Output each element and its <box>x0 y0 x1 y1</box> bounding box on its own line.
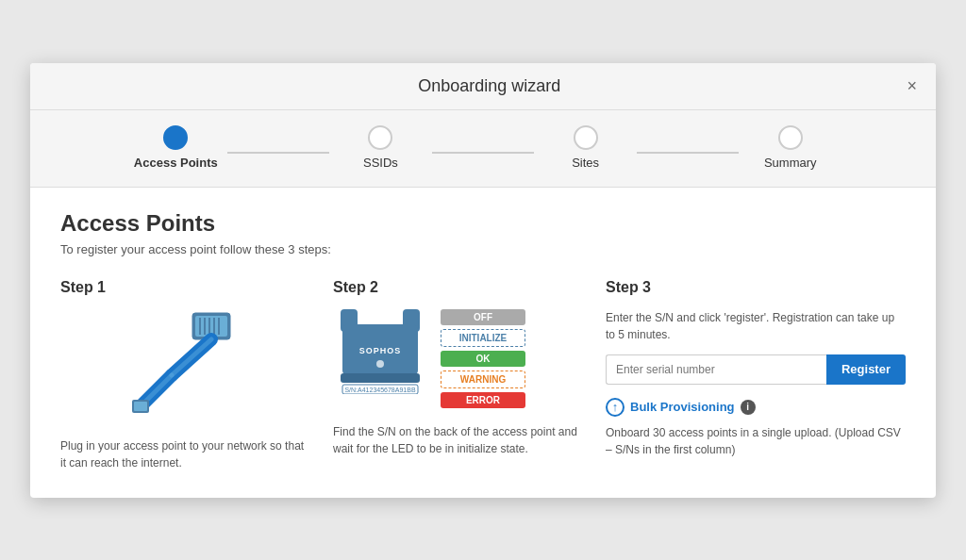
register-button[interactable]: Register <box>826 354 906 385</box>
svg-text:S/N:A412345678A91BB: S/N:A412345678A91BB <box>344 387 415 393</box>
step2-heading: Step 2 <box>333 279 583 296</box>
main-content: Access Points To register your access po… <box>30 188 936 498</box>
step-line-1 <box>227 152 330 154</box>
stepper-label-2: SSIDs <box>363 156 398 170</box>
step-circle-4 <box>778 125 803 150</box>
step3-column: Step 3 Enter the S/N and click 'register… <box>606 279 906 471</box>
ap-device-icon: SOPHOS S/N:A412345678A91BB <box>333 309 427 394</box>
led-off: OFF <box>441 309 525 325</box>
svg-text:SOPHOS: SOPHOS <box>359 346 402 355</box>
stepper-label-1: Access Points <box>134 156 218 170</box>
info-icon[interactable]: i <box>741 400 756 415</box>
stepper: Access Points SSIDs Sites Summary <box>30 110 936 188</box>
step-circle-1 <box>163 125 188 150</box>
step-circle-2 <box>368 125 392 150</box>
stepper-step-access-points[interactable]: Access Points <box>125 125 227 170</box>
stepper-label-3: Sites <box>572 156 599 170</box>
stepper-step-ssids[interactable]: SSIDs <box>329 125 432 170</box>
page-title: Access Points <box>60 210 906 237</box>
step2-description: Find the S/N on the back of the access p… <box>333 423 583 457</box>
stepper-row: Access Points SSIDs Sites Summary <box>125 125 841 170</box>
step1-description: Plug in your access point to your networ… <box>60 437 310 471</box>
led-panel: OFF INITIALIZE OK WARNING ERROR <box>441 309 525 408</box>
step1-illustration <box>60 309 310 422</box>
svg-rect-12 <box>134 402 147 411</box>
svg-point-17 <box>376 360 384 368</box>
onboarding-wizard-modal: Onboarding wizard × Access Points SSIDs … <box>30 63 936 498</box>
page-subtitle: To register your access point follow the… <box>60 242 906 256</box>
modal-header: Onboarding wizard × <box>30 63 936 110</box>
ethernet-cable-icon <box>125 309 247 422</box>
register-row: Register <box>606 354 906 385</box>
svg-rect-18 <box>341 373 420 383</box>
steps-row: Step 1 <box>60 279 906 471</box>
modal-title: Onboarding wizard <box>72 76 907 96</box>
serial-number-input[interactable] <box>606 354 826 385</box>
bulk-provisioning-description: Onboard 30 access points in a single upl… <box>606 424 906 458</box>
svg-line-9 <box>172 339 211 375</box>
led-initialize: INITIALIZE <box>441 329 525 347</box>
ap-device: SOPHOS S/N:A412345678A91BB <box>333 309 427 394</box>
step2-illustration: SOPHOS S/N:A412345678A91BB OFF INITIA <box>333 309 583 408</box>
close-button[interactable]: × <box>907 77 917 94</box>
stepper-step-sites[interactable]: Sites <box>534 125 637 170</box>
led-error: ERROR <box>441 392 525 408</box>
step3-description: Enter the S/N and click 'register'. Regi… <box>606 309 906 343</box>
led-warning: WARNING <box>441 371 525 388</box>
stepper-step-summary[interactable]: Summary <box>739 125 841 170</box>
step1-column: Step 1 <box>60 279 333 471</box>
step3-heading: Step 3 <box>606 279 906 296</box>
bulk-provisioning-link[interactable]: Bulk Provisioning <box>630 400 735 414</box>
led-ok: OK <box>441 351 525 367</box>
step-line-2 <box>432 152 535 154</box>
bulk-provisioning-row: ↑ Bulk Provisioning i <box>606 398 906 417</box>
step1-heading: Step 1 <box>60 279 310 296</box>
step2-column: Step 2 SOPHOS <box>333 279 606 471</box>
step-circle-3 <box>574 125 598 150</box>
upload-icon: ↑ <box>606 398 625 417</box>
stepper-label-4: Summary <box>764 156 817 170</box>
step-line-3 <box>637 152 740 154</box>
